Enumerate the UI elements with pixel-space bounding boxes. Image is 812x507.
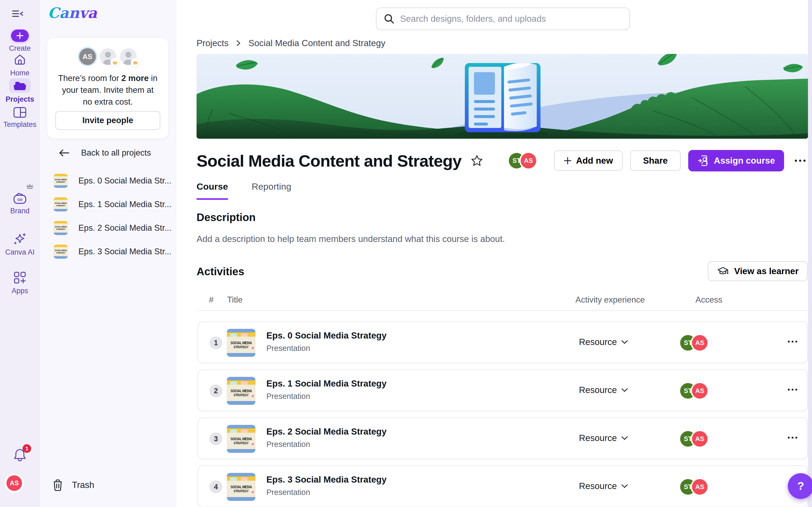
help-button[interactable]: ? [788, 473, 812, 499]
activity-thumbnail: SOCIAL MEDIASTRATEGY [227, 377, 255, 405]
activity-row[interactable]: 4 SOCIAL MEDIASTRATEGY Eps. 3 Social Med… [198, 465, 808, 507]
crown-icon [131, 58, 140, 67]
search-input[interactable] [400, 14, 629, 24]
trash-icon [53, 479, 63, 491]
activity-number: 2 [209, 384, 222, 397]
experience-dropdown[interactable]: Resource [579, 433, 628, 443]
activities-table-header: # Title Activity experience Access [198, 295, 808, 310]
share-button[interactable]: Share [630, 151, 681, 171]
collapse-sidebar-icon[interactable] [12, 9, 23, 20]
course-member-avatars[interactable]: ST AS [509, 153, 536, 168]
graduation-cap-icon [717, 266, 729, 276]
course-banner-illustration [197, 54, 808, 139]
crown-icon [110, 58, 119, 67]
left-rail: Create Home Projects Templates co Brand … [0, 0, 40, 507]
back-to-projects-link[interactable]: Back to all projects [58, 148, 151, 158]
assign-course-button[interactable]: Assign course [688, 150, 784, 171]
sidebar-item-label: Brand [10, 207, 30, 215]
add-new-button[interactable]: Add new [554, 151, 623, 171]
breadcrumb-current: Social Media Content and Strategy [248, 38, 385, 48]
description-heading: Description [197, 211, 256, 223]
scrollbar[interactable] [808, 0, 812, 507]
activities-heading: Activities [197, 266, 244, 278]
sidebar-item-brand[interactable]: co Brand [0, 192, 40, 215]
access-avatars[interactable]: STAS [680, 431, 708, 447]
notification-badge: 1 [22, 444, 31, 453]
search-icon [384, 13, 395, 24]
row-more-options-icon[interactable] [788, 389, 797, 391]
course-tabs: Course Reporting [197, 181, 291, 200]
plus-icon [564, 157, 572, 165]
sidebar-item-home[interactable]: Home [0, 53, 40, 77]
breadcrumb: Projects Social Media Content and Strate… [197, 38, 385, 48]
arrow-left-icon [58, 149, 70, 157]
design-thumbnail: SOCIAL MEDIASTRATEGY [54, 174, 68, 188]
user-avatar[interactable]: AS [6, 475, 22, 491]
experience-dropdown[interactable]: Resource [579, 337, 628, 347]
row-more-options-icon[interactable] [788, 437, 797, 439]
experience-dropdown[interactable]: Resource [579, 481, 628, 491]
sidebar-item-templates[interactable]: Templates [0, 107, 40, 129]
folder-icon [9, 78, 31, 93]
access-avatars[interactable]: STAS [680, 335, 708, 351]
activity-row[interactable]: 3 SOCIAL MEDIASTRATEGY Eps. 2 Social Med… [198, 417, 808, 459]
activity-thumbnail: SOCIAL MEDIASTRATEGY [227, 425, 255, 453]
canva-logo[interactable]: Canva [48, 4, 97, 21]
brand-icon: co [13, 192, 27, 205]
trash-button[interactable]: Trash [53, 479, 94, 491]
description-placeholder[interactable]: Add a description to help team members u… [197, 234, 505, 244]
activity-title: Eps. 0 Social Media Strategy [266, 331, 387, 340]
avatar: AS [692, 335, 708, 351]
list-item[interactable]: SOCIAL MEDIASTRATEGY Eps. 2 Social Media… [40, 216, 176, 240]
column-title: Title [227, 295, 243, 305]
activity-type: Presentation [266, 488, 387, 497]
sidebar-item-canva-ai[interactable]: Canva AI [0, 231, 40, 257]
page-title: Social Media Content and Strategy [197, 151, 462, 170]
column-activity-experience: Activity experience [575, 295, 645, 305]
access-avatars[interactable]: STAS [680, 479, 708, 495]
create-button[interactable]: Create [0, 30, 40, 53]
avatar: AS [692, 431, 708, 447]
star-icon[interactable] [471, 155, 483, 167]
trash-label: Trash [72, 480, 94, 490]
tab-reporting[interactable]: Reporting [252, 181, 291, 200]
activity-row[interactable]: 1 SOCIAL MEDIASTRATEGY Eps. 0 Social Med… [198, 321, 808, 363]
sidebar-item-label: Projects [6, 95, 34, 104]
crown-icon [26, 183, 34, 191]
sidebar-item-label: Apps [11, 287, 28, 295]
team-avatar-me: AS [79, 48, 96, 65]
experience-dropdown[interactable]: Resource [579, 385, 628, 395]
activity-title: Eps. 1 Social Media Strategy [266, 379, 387, 388]
list-item[interactable]: SOCIAL MEDIASTRATEGY Eps. 1 Social Media… [40, 192, 176, 216]
column-number: # [209, 295, 213, 305]
tab-course[interactable]: Course [197, 181, 228, 200]
activities-list: 1 SOCIAL MEDIASTRATEGY Eps. 0 Social Med… [198, 321, 808, 507]
sparkles-icon [13, 231, 27, 246]
activity-type: Presentation [266, 392, 387, 401]
list-item[interactable]: SOCIAL MEDIASTRATEGY Eps. 0 Social Media… [40, 169, 176, 192]
invite-message: There’s room for 2 more in your team. In… [56, 72, 159, 108]
invite-people-button[interactable]: Invite people [55, 111, 160, 130]
chevron-down-icon [621, 388, 628, 392]
sidebar-item-label: Canva AI [5, 248, 35, 257]
apps-grid-icon [13, 271, 27, 284]
list-item[interactable]: SOCIAL MEDIASTRATEGY Eps. 3 Social Media… [40, 240, 176, 264]
sidebar-item-projects[interactable]: Projects [0, 78, 40, 104]
row-more-options-icon[interactable] [788, 341, 797, 343]
breadcrumb-projects[interactable]: Projects [197, 38, 229, 48]
assign-person-icon [697, 155, 709, 167]
activity-row[interactable]: 2 SOCIAL MEDIASTRATEGY Eps. 1 Social Med… [198, 370, 808, 411]
more-options-icon[interactable] [792, 157, 808, 164]
access-avatars[interactable]: STAS [680, 383, 708, 399]
sidebar-item-label: Home [10, 69, 30, 77]
notifications-button[interactable]: 1 [0, 447, 40, 462]
chevron-down-icon [621, 436, 628, 441]
back-label: Back to all projects [81, 148, 151, 158]
activity-number: 4 [209, 481, 222, 493]
sidebar-item-apps[interactable]: Apps [0, 271, 40, 295]
avatar: AS [692, 383, 708, 399]
avatar: AS [692, 479, 708, 495]
home-icon [13, 53, 27, 66]
view-as-learner-button[interactable]: View as learner [708, 261, 808, 281]
project-pages-list: SOCIAL MEDIASTRATEGY Eps. 0 Social Media… [40, 169, 176, 264]
